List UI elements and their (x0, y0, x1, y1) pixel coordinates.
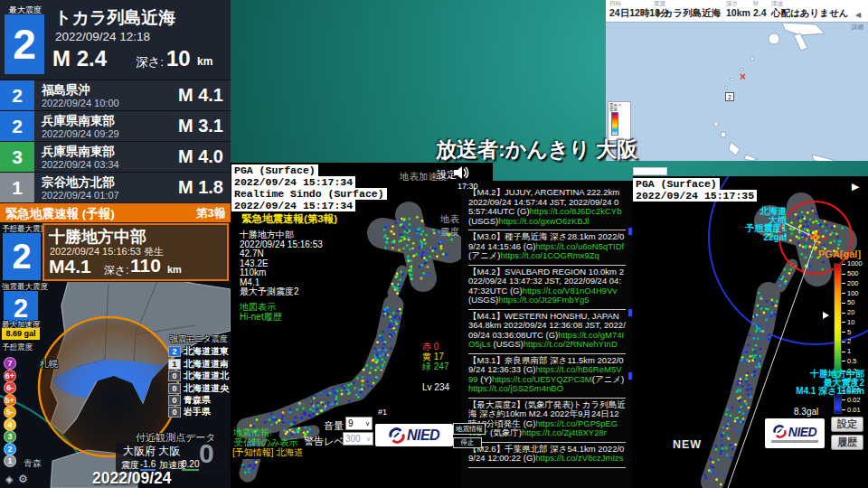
eew-depth: 110 (130, 255, 161, 277)
pga-title: PGA (Surface) (633, 178, 720, 190)
jma-detail-tab[interactable]: 詳細 (852, 23, 863, 32)
volume-select[interactable]: 9∨ (345, 417, 373, 430)
feed-link[interactable]: https://t.co/UE5YQZPC3M (492, 374, 592, 384)
feed-link[interactable]: https://t.co/u6oN5qTIDf (535, 241, 624, 251)
feed-item[interactable]: 【最大震度2】(気象庁発表)トカラ列島近海 深さ約10km M2.4 2022年… (468, 399, 626, 443)
quake-place: 福島県沖 (42, 82, 90, 99)
feed-link[interactable]: https://t.co/V81nO4H9Vv (523, 286, 618, 296)
gal-value: 8.3gal (794, 407, 818, 417)
feed-item[interactable]: 【M3.1】奈良県南部 深さ11.5km 2022/09/24 12:36:33… (468, 354, 626, 399)
eew-banner-text: 緊急地震速報(第3報) (240, 212, 339, 226)
intensity-badge: 2 (0, 80, 34, 110)
hinet-history-link[interactable]: Hi-net履歴 (240, 311, 282, 324)
featured-quake[interactable]: 最大震度 2 トカラ列島近海 2022/09/24 12:18 M 2.4 深さ… (0, 0, 231, 80)
feed-item[interactable]: 【M4.1】WESTERN HONSHU, JAPAN 364.8km 2022… (468, 310, 626, 354)
count-green: 緑 247 (422, 361, 448, 373)
jma-header-value: トカラ列島近海 (654, 7, 721, 18)
settings-button[interactable]: 設定 (831, 417, 863, 432)
scale-tick: 10 (842, 318, 868, 328)
forecast-note: [予知情報] 北海道 (231, 446, 304, 459)
eew-title: 緊急地震速報 (予報) (5, 206, 115, 222)
pga-title-box: PGA (Surface) 2022/09/24 15:17:34 Realti… (231, 164, 387, 211)
scale-tick: 100 (842, 288, 868, 298)
hypo-info-line: 42.7N (240, 249, 323, 259)
featured-depth-unit: km (197, 55, 212, 68)
feed-tag: #1 (378, 408, 387, 417)
feed-link[interactable]: https://t.co/2RNNehYInD (524, 339, 618, 349)
jma-header-value: 10km (726, 7, 750, 18)
jma-map-panel: 日時24日12時18分 震源トカラ列島近海 深さ10km M2.4 津波心配はあ… (606, 0, 868, 161)
nearby-station-box: 大阪府 大阪 震度 -1.6 加速度 0.20 0 (116, 442, 228, 473)
quake-info-button[interactable]: 地震情報 (453, 423, 486, 435)
feed-text: (USGS) (468, 216, 498, 226)
eew-depth-label: 深さ: (104, 263, 129, 278)
feed-link[interactable]: https://t.co/1COGRmx9Zq (501, 250, 599, 260)
scale-intensity-7: 7 (4, 357, 16, 370)
feed-text: (気象庁) (487, 427, 521, 437)
eew-detail-card: 十勝地方中部 2022/09/24 15:16:53 発生 M4.1 深さ: 1… (42, 223, 229, 281)
feed-link[interactable]: https://t.co/gxwO6zKBJl (498, 216, 589, 226)
feed-link[interactable]: https://t.co/Zj4t8XY28r (522, 427, 607, 437)
gear-icon[interactable]: ⚙ (18, 473, 28, 485)
jma-collapse-icon[interactable]: ◀ (855, 11, 861, 19)
featured-intensity-badge: 2 (5, 14, 44, 74)
quake-row[interactable]: 1 宗谷地方北部 2022/09/24 01:07 M 1.8 (0, 172, 231, 202)
scale-tick: 50 (842, 298, 868, 308)
jma-header-value: 2.4 (753, 7, 767, 18)
history-button[interactable]: 履歴 (831, 435, 863, 450)
hypo-info-line: 110km (240, 268, 323, 278)
quake-row[interactable]: 2 兵庫県南東部 2022/09/24 09:29 M 3.1 (0, 110, 231, 141)
feed-link[interactable]: https://t.co/zV8czJmIzs (535, 453, 623, 463)
quake-magnitude: M 1.8 (178, 177, 223, 198)
feed-text: (Y) (478, 374, 492, 384)
quake-magnitude: M 4.1 (178, 85, 223, 106)
quake-time: 2022/09/24 01:07 (42, 190, 119, 201)
chevron-down-icon: ∨ (365, 418, 370, 429)
volume-label: 音量 (324, 419, 344, 433)
scale-arrow-icon (823, 312, 829, 319)
stop-button[interactable]: 停止 (453, 437, 482, 448)
scale-intensity-3: 3 (4, 430, 16, 443)
featured-depth-label: 深さ: (136, 54, 164, 70)
sindo-title: Realtime Sindo (Surface) (231, 188, 387, 200)
expand-arrow-icon[interactable]: ▶ (852, 181, 859, 192)
feed-link[interactable]: https://t.co/Jt29FmbYg5 (498, 295, 589, 305)
scale-intensity-2: 2 (4, 443, 16, 455)
nied-swoosh-icon (389, 427, 405, 444)
scale-intensity-6+: 6+ (4, 370, 16, 382)
speaker-icon[interactable] (452, 164, 470, 181)
quake-place: 兵庫県南東部 (42, 144, 115, 160)
scale-tick: 2 (842, 337, 868, 347)
pred-scale-label: 予想震度 (2, 343, 33, 353)
collapse-arrow-icon[interactable]: ◀ (219, 209, 225, 218)
feed-item[interactable]: 【M3.0】種子島近海 深さ28.1km 2022/09/24 14:15:46… (468, 230, 626, 266)
warn-level-select[interactable]: 300∨ (343, 432, 373, 446)
feed-scroll-mark (628, 228, 632, 235)
quake-time: 2022/09/24 09:29 (42, 128, 119, 139)
eew-header: 緊急地震速報 (予報) 第3報 (0, 203, 231, 222)
feed-item[interactable]: 【M4.2】JUJUY, ARGENTINA 222.2km 2022/09/2… (468, 186, 626, 230)
feed-link[interactable]: https://t.co/jSS2Sm4nBO (468, 383, 563, 393)
feed-link[interactable]: https://t.co/8J6Dc2kCYb (530, 206, 622, 216)
jma-legend-intensity: 震度 (609, 108, 629, 112)
hypocenter-info: 十勝地方中部2022/09/24 15:16:5342.7N143.2E110k… (240, 230, 323, 297)
feed-item[interactable]: 【M4.2】SVALBARD REGION 10.0km 2022/09/24 … (468, 266, 626, 310)
locate-icon[interactable]: ◈ (5, 474, 13, 485)
intensity-badge: 3 (0, 142, 34, 172)
pga-scale-label: PGA[gal] (818, 249, 861, 259)
quake-row[interactable]: 2 福島県沖 2022/09/24 10:00 M 4.1 (0, 80, 231, 110)
monitor-clock-small: 17:30 (458, 182, 478, 191)
scale-intensity-5-: 5- (4, 406, 16, 418)
eew-tweet-feed[interactable]: 【M4.2】JUJUY, ARGENTINA 222.2km 2022/09/2… (461, 181, 633, 488)
jma-sea-map[interactable] (606, 23, 868, 161)
quake-place: 兵庫県南東部 (42, 113, 115, 129)
new-label: NEW (673, 438, 702, 451)
quake-time: 2022/09/24 03:34 (42, 159, 119, 170)
epicenter-callout: 十勝地方中部最大震度2M4.1 深さ116km (769, 370, 864, 396)
feed-item[interactable]: 【M2.6】千葉県北部 深さ54.1km 2022/09/24 12:00:22… (468, 443, 626, 468)
eew-magnitude: M4.1 (49, 256, 91, 277)
quake-row[interactable]: 3 兵庫県南東部 2022/09/24 03:34 M 4.0 (0, 141, 231, 172)
featured-depth: 10 (166, 46, 191, 71)
eew-depth-unit: km (167, 264, 182, 275)
clock: 2022/09/24 15:17:35 (92, 469, 231, 488)
